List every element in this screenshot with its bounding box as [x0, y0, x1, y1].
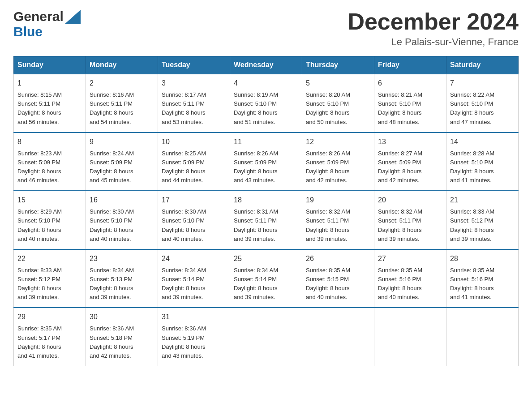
calendar-day-cell: 1 Sunrise: 8:15 AMSunset: 5:11 PMDayligh…	[14, 74, 86, 133]
day-info: Sunrise: 8:34 AMSunset: 5:14 PMDaylight:…	[234, 267, 278, 300]
day-number: 7	[450, 78, 515, 89]
day-info: Sunrise: 8:32 AMSunset: 5:11 PMDaylight:…	[378, 208, 422, 242]
header-tuesday: Tuesday	[158, 56, 230, 74]
day-number: 16	[90, 195, 154, 206]
day-number: 28	[450, 253, 515, 264]
logo-blue-text: Blue	[13, 24, 43, 39]
day-info: Sunrise: 8:25 AMSunset: 5:09 PMDaylight:…	[162, 150, 206, 184]
day-info: Sunrise: 8:35 AMSunset: 5:16 PMDaylight:…	[450, 267, 494, 300]
day-number: 22	[17, 253, 82, 264]
day-number: 13	[378, 137, 442, 147]
day-number: 4	[234, 78, 298, 89]
day-number: 26	[306, 253, 370, 264]
calendar-day-cell: 24 Sunrise: 8:34 AMSunset: 5:14 PMDaylig…	[158, 249, 230, 308]
day-info: Sunrise: 8:16 AMSunset: 5:11 PMDaylight:…	[90, 91, 134, 125]
logo-general-text: General	[13, 9, 64, 24]
title-block: December 2024 Le Palais-sur-Vienne, Fran…	[348, 9, 519, 48]
day-info: Sunrise: 8:30 AMSunset: 5:10 PMDaylight:…	[90, 208, 134, 242]
calendar-table: Sunday Monday Tuesday Wednesday Thursday…	[13, 56, 519, 366]
logo-icon	[64, 10, 81, 24]
day-number: 31	[162, 312, 226, 322]
calendar-day-cell: 5 Sunrise: 8:20 AMSunset: 5:10 PMDayligh…	[302, 74, 374, 133]
day-info: Sunrise: 8:33 AMSunset: 5:12 PMDaylight:…	[450, 208, 494, 242]
day-info: Sunrise: 8:22 AMSunset: 5:10 PMDaylight:…	[450, 91, 494, 125]
day-number: 23	[90, 253, 154, 264]
day-number: 9	[90, 137, 154, 147]
day-number: 21	[450, 195, 515, 206]
calendar-day-cell: 22 Sunrise: 8:33 AMSunset: 5:12 PMDaylig…	[14, 249, 86, 308]
header-friday: Friday	[374, 56, 446, 74]
calendar-day-cell: 6 Sunrise: 8:21 AMSunset: 5:10 PMDayligh…	[374, 74, 446, 133]
calendar-week-row: 22 Sunrise: 8:33 AMSunset: 5:12 PMDaylig…	[14, 249, 519, 308]
day-number: 8	[17, 137, 82, 147]
day-number: 20	[378, 195, 442, 206]
day-info: Sunrise: 8:15 AMSunset: 5:11 PMDaylight:…	[17, 91, 62, 125]
day-info: Sunrise: 8:36 AMSunset: 5:19 PMDaylight:…	[162, 325, 206, 359]
day-number: 17	[162, 195, 226, 206]
day-number: 14	[450, 137, 515, 147]
calendar-week-row: 1 Sunrise: 8:15 AMSunset: 5:11 PMDayligh…	[14, 74, 519, 133]
calendar-week-row: 29 Sunrise: 8:35 AMSunset: 5:17 PMDaylig…	[14, 308, 519, 366]
day-number: 25	[234, 253, 298, 264]
calendar-day-cell: 14 Sunrise: 8:28 AMSunset: 5:10 PMDaylig…	[446, 133, 519, 191]
day-info: Sunrise: 8:26 AMSunset: 5:09 PMDaylight:…	[234, 150, 278, 184]
header-saturday: Saturday	[446, 56, 519, 74]
calendar-day-cell: 10 Sunrise: 8:25 AMSunset: 5:09 PMDaylig…	[158, 133, 230, 191]
day-info: Sunrise: 8:17 AMSunset: 5:11 PMDaylight:…	[162, 91, 206, 125]
calendar-week-row: 15 Sunrise: 8:29 AMSunset: 5:10 PMDaylig…	[14, 191, 519, 249]
day-info: Sunrise: 8:31 AMSunset: 5:11 PMDaylight:…	[234, 208, 278, 242]
calendar-subtitle: Le Palais-sur-Vienne, France	[348, 36, 519, 48]
page-header: General Blue December 2024 Le Palais-sur…	[13, 9, 519, 48]
day-number: 30	[90, 312, 154, 322]
day-number: 18	[234, 195, 298, 206]
calendar-header-row: Sunday Monday Tuesday Wednesday Thursday…	[14, 56, 519, 74]
day-info: Sunrise: 8:33 AMSunset: 5:12 PMDaylight:…	[17, 267, 62, 300]
calendar-day-cell: 29 Sunrise: 8:35 AMSunset: 5:17 PMDaylig…	[14, 308, 86, 366]
day-info: Sunrise: 8:36 AMSunset: 5:18 PMDaylight:…	[90, 325, 134, 359]
day-info: Sunrise: 8:23 AMSunset: 5:09 PMDaylight:…	[17, 150, 62, 184]
calendar-day-cell: 11 Sunrise: 8:26 AMSunset: 5:09 PMDaylig…	[230, 133, 302, 191]
logo: General Blue	[13, 9, 81, 39]
day-number: 5	[306, 78, 370, 89]
calendar-day-cell	[446, 308, 519, 366]
calendar-day-cell: 20 Sunrise: 8:32 AMSunset: 5:11 PMDaylig…	[374, 191, 446, 249]
calendar-day-cell: 2 Sunrise: 8:16 AMSunset: 5:11 PMDayligh…	[86, 74, 158, 133]
calendar-day-cell: 23 Sunrise: 8:34 AMSunset: 5:13 PMDaylig…	[86, 249, 158, 308]
day-number: 12	[306, 137, 370, 147]
calendar-day-cell: 13 Sunrise: 8:27 AMSunset: 5:09 PMDaylig…	[374, 133, 446, 191]
calendar-title: December 2024	[348, 9, 519, 34]
calendar-week-row: 8 Sunrise: 8:23 AMSunset: 5:09 PMDayligh…	[14, 133, 519, 191]
day-number: 29	[17, 312, 82, 322]
day-number: 11	[234, 137, 298, 147]
header-thursday: Thursday	[302, 56, 374, 74]
calendar-day-cell	[374, 308, 446, 366]
day-info: Sunrise: 8:26 AMSunset: 5:09 PMDaylight:…	[306, 150, 350, 184]
header-monday: Monday	[86, 56, 158, 74]
calendar-day-cell: 26 Sunrise: 8:35 AMSunset: 5:15 PMDaylig…	[302, 249, 374, 308]
calendar-day-cell: 3 Sunrise: 8:17 AMSunset: 5:11 PMDayligh…	[158, 74, 230, 133]
day-number: 15	[17, 195, 82, 206]
calendar-day-cell: 16 Sunrise: 8:30 AMSunset: 5:10 PMDaylig…	[86, 191, 158, 249]
day-info: Sunrise: 8:35 AMSunset: 5:15 PMDaylight:…	[306, 267, 350, 300]
calendar-day-cell: 8 Sunrise: 8:23 AMSunset: 5:09 PMDayligh…	[14, 133, 86, 191]
day-info: Sunrise: 8:29 AMSunset: 5:10 PMDaylight:…	[17, 208, 62, 242]
day-info: Sunrise: 8:32 AMSunset: 5:11 PMDaylight:…	[306, 208, 350, 242]
day-info: Sunrise: 8:28 AMSunset: 5:10 PMDaylight:…	[450, 150, 494, 184]
calendar-day-cell	[302, 308, 374, 366]
calendar-day-cell: 28 Sunrise: 8:35 AMSunset: 5:16 PMDaylig…	[446, 249, 519, 308]
calendar-day-cell: 21 Sunrise: 8:33 AMSunset: 5:12 PMDaylig…	[446, 191, 519, 249]
day-info: Sunrise: 8:20 AMSunset: 5:10 PMDaylight:…	[306, 91, 350, 125]
calendar-day-cell: 30 Sunrise: 8:36 AMSunset: 5:18 PMDaylig…	[86, 308, 158, 366]
calendar-day-cell: 18 Sunrise: 8:31 AMSunset: 5:11 PMDaylig…	[230, 191, 302, 249]
day-info: Sunrise: 8:27 AMSunset: 5:09 PMDaylight:…	[378, 150, 422, 184]
calendar-day-cell: 19 Sunrise: 8:32 AMSunset: 5:11 PMDaylig…	[302, 191, 374, 249]
header-sunday: Sunday	[14, 56, 86, 74]
day-info: Sunrise: 8:34 AMSunset: 5:14 PMDaylight:…	[162, 267, 206, 300]
day-info: Sunrise: 8:34 AMSunset: 5:13 PMDaylight:…	[90, 267, 134, 300]
day-number: 2	[90, 78, 154, 89]
calendar-day-cell: 7 Sunrise: 8:22 AMSunset: 5:10 PMDayligh…	[446, 74, 519, 133]
calendar-day-cell: 27 Sunrise: 8:35 AMSunset: 5:16 PMDaylig…	[374, 249, 446, 308]
calendar-day-cell: 15 Sunrise: 8:29 AMSunset: 5:10 PMDaylig…	[14, 191, 86, 249]
day-info: Sunrise: 8:19 AMSunset: 5:10 PMDaylight:…	[234, 91, 278, 125]
calendar-day-cell	[230, 308, 302, 366]
